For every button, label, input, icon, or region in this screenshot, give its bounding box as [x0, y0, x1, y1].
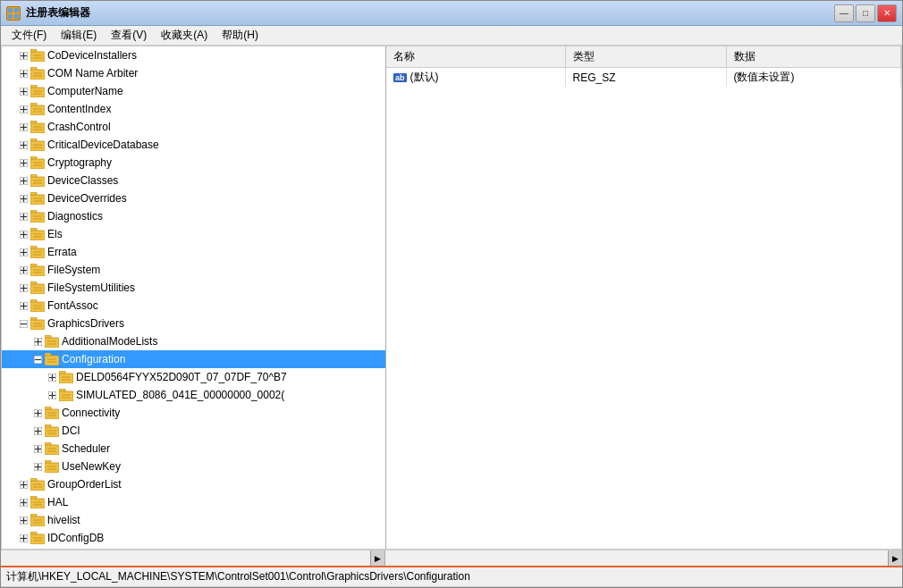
tree-item-computername[interactable]: ComputerName [2, 82, 385, 100]
tree-expander[interactable] [30, 406, 45, 420]
tree-expander[interactable] [16, 209, 30, 223]
tree-expander[interactable] [30, 334, 45, 349]
tree-item-contentindex[interactable]: ContentIndex [2, 100, 385, 118]
tree-expander[interactable] [16, 155, 30, 170]
right-panel[interactable]: 名称 类型 数据 ab(默认)REG_SZ(数值未设置) [386, 46, 901, 549]
svg-rect-188 [30, 517, 45, 526]
tree-expander[interactable] [16, 513, 30, 527]
menu-file[interactable]: 文件(F) [4, 26, 54, 45]
svg-rect-92 [30, 266, 45, 276]
folder-icon [30, 156, 45, 169]
tree-expander[interactable] [16, 191, 30, 206]
tree-item-label: COM Name Arbiter [47, 67, 138, 80]
tree-item-label: Scheduler [62, 442, 110, 455]
tree-item-additionalmodelists[interactable]: AdditionalModeLists [2, 332, 385, 350]
tree-item-errata[interactable]: Errata [2, 243, 385, 261]
reg-name: (默认) [410, 71, 439, 83]
tree-expander[interactable] [45, 388, 59, 402]
tree-item-label: DeviceClasses [47, 174, 118, 187]
tree-content[interactable]: CoDeviceInstallersCOM Name ArbiterComput… [2, 46, 385, 549]
tree-expander[interactable] [30, 441, 45, 456]
svg-rect-146 [45, 409, 59, 419]
svg-rect-181 [30, 499, 45, 508]
tree-expander[interactable] [16, 48, 30, 63]
tree-expander[interactable] [16, 102, 30, 116]
svg-rect-174 [30, 481, 45, 491]
folder-icon [30, 496, 45, 508]
maximize-button[interactable]: □ [856, 4, 875, 22]
menu-edit[interactable]: 编辑(E) [54, 26, 104, 45]
tree-item-codeviceinstallers[interactable]: CoDeviceInstallers [2, 46, 385, 64]
tree-item-grouporderlist[interactable]: GroupOrderList [2, 475, 385, 493]
tree-item-idconfigdb[interactable]: IDConfigDB [2, 529, 385, 547]
tree-item-label: Errata [47, 246, 77, 258]
tree-expander[interactable] [16, 298, 30, 313]
tree-item-els[interactable]: Els [2, 225, 385, 243]
tree-expander[interactable] [16, 316, 30, 331]
tree-item-label: CriticalDeviceDatabase [47, 139, 159, 151]
svg-rect-99 [30, 284, 45, 294]
tree-item-graphicsdrivers[interactable]: GraphicsDrivers [2, 315, 385, 332]
col-data[interactable]: 数据 [726, 46, 901, 68]
tree-item-filesystem[interactable]: FileSystem [2, 261, 385, 279]
tree-item-deld0564[interactable]: DELD0564FYYX52D090T_07_07DF_70^B7 [2, 368, 385, 386]
tree-item-label: Els [47, 228, 63, 240]
tree-item-fontassoc[interactable]: FontAssoc [2, 297, 385, 315]
tree-item-crashcontrol[interactable]: CrashControl [2, 118, 385, 136]
folder-icon [30, 478, 45, 491]
close-button[interactable]: ✕ [877, 4, 897, 22]
tree-expander[interactable] [16, 138, 30, 152]
table-row[interactable]: ab(默认)REG_SZ(数值未设置) [386, 68, 901, 88]
tree-expander[interactable] [30, 424, 45, 438]
menu-view[interactable]: 查看(V) [104, 26, 154, 45]
folder-icon [30, 139, 45, 151]
tree-expander[interactable] [30, 352, 45, 366]
tree-expander[interactable] [16, 495, 30, 509]
tree-item-scheduler[interactable]: Scheduler [2, 440, 385, 458]
folder-icon [30, 532, 45, 544]
tree-expander[interactable] [16, 531, 30, 545]
tree-expander[interactable] [45, 370, 59, 384]
tree-item-deviceclasses[interactable]: DeviceClasses [2, 172, 385, 189]
tree-expander[interactable] [16, 120, 30, 134]
tree-item-deviceoverrides[interactable]: DeviceOverrides [2, 189, 385, 207]
tree-expander[interactable] [16, 281, 30, 295]
svg-rect-50 [30, 159, 45, 169]
tree-expander[interactable] [16, 245, 30, 259]
minimize-button[interactable]: — [834, 4, 854, 22]
folder-icon [59, 389, 73, 401]
tree-expander[interactable] [16, 84, 30, 98]
tree-item-usenewkey[interactable]: UseNewKey [2, 458, 385, 475]
tree-item-simulated[interactable]: SIMULATED_8086_041E_00000000_0002( [2, 386, 385, 404]
folder-icon [30, 192, 45, 205]
col-name[interactable]: 名称 [386, 46, 565, 68]
tree-item-cryptography[interactable]: Cryptography [2, 154, 385, 172]
tree-item-hivelist[interactable]: hivelist [2, 511, 385, 529]
menu-help[interactable]: 帮助(H) [215, 26, 266, 45]
tree-item-configuration[interactable]: Configuration [2, 350, 385, 368]
tree-item-label: Diagnostics [47, 210, 103, 223]
menu-favorites[interactable]: 收藏夹(A) [154, 26, 215, 45]
bottom-scroll[interactable]: ▶ ▶ [1, 550, 902, 566]
tree-expander[interactable] [16, 227, 30, 241]
tree-item-label: Connectivity [62, 407, 120, 419]
tree-item-hal[interactable]: HAL [2, 493, 385, 511]
tree-item-diagnostics[interactable]: Diagnostics [2, 207, 385, 225]
tree-item-connectivity[interactable]: Connectivity [2, 404, 385, 422]
tree-expander[interactable] [30, 459, 45, 474]
main-content: CoDeviceInstallersCOM Name ArbiterComput… [1, 46, 902, 550]
tree-item-dci[interactable]: DCI [2, 422, 385, 440]
tree-item-label: UseNewKey [62, 460, 121, 473]
tree-item-comname[interactable]: COM Name Arbiter [2, 64, 385, 82]
tree-item-label: DELD0564FYYX52D090T_07_07DF_70^B7 [76, 371, 287, 383]
tree-item-criticaldevicedatabase[interactable]: CriticalDeviceDatabase [2, 136, 385, 154]
folder-icon [30, 121, 45, 133]
tree-expander[interactable] [16, 263, 30, 277]
tree-expander[interactable] [16, 477, 30, 491]
tree-item-filesystemutilities[interactable]: FileSystemUtilities [2, 279, 385, 297]
tree-expander[interactable] [16, 66, 30, 80]
svg-rect-22 [30, 88, 45, 97]
col-type[interactable]: 类型 [565, 46, 726, 68]
tree-expander[interactable] [16, 173, 30, 188]
tree-item-label: CrashControl [47, 121, 111, 133]
